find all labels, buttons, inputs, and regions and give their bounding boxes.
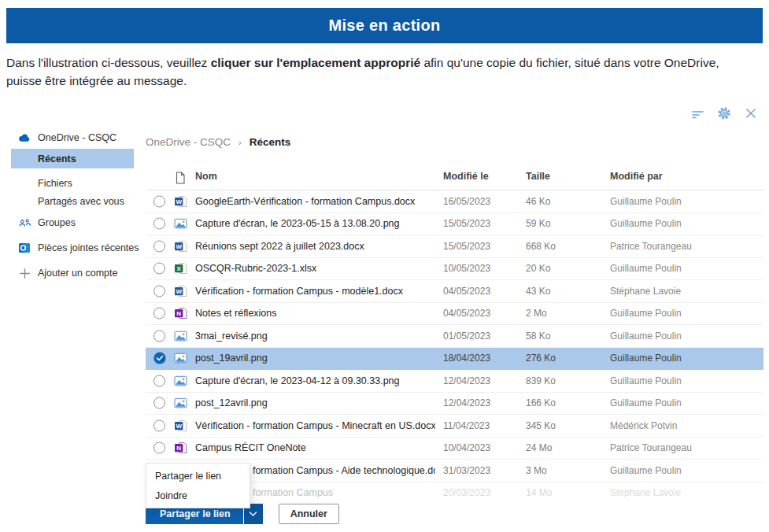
row-select-radio[interactable] <box>153 240 166 253</box>
word-file-icon: W <box>174 194 187 208</box>
file-modified-date: 20/03/2023 <box>443 487 490 497</box>
file-row[interactable]: WRéunions sept 2022 à juillet 2023.docx1… <box>146 235 763 258</box>
image-file-icon <box>174 217 187 231</box>
sidebar-item-partages[interactable]: Partagés avec vous <box>0 191 135 211</box>
file-size: 668 Ko <box>526 241 556 252</box>
file-size: 58 Ko <box>526 331 550 342</box>
file-size: 3 Mo <box>526 465 547 476</box>
onenote-file-icon: N <box>174 307 187 320</box>
onenote-file-icon: N <box>174 441 187 455</box>
outlook-icon <box>17 241 31 255</box>
row-select-radio[interactable] <box>153 217 166 230</box>
file-name: Vérification - formation Campus - Minecr… <box>195 420 435 431</box>
file-modified-date: 11/04/2023 <box>443 420 490 431</box>
row-select-radio[interactable] <box>153 195 166 208</box>
menu-item-joindre[interactable]: Joindre <box>146 486 250 505</box>
column-header-nom[interactable]: Nom <box>195 171 217 182</box>
sidebar-item-label: Pièces jointes récentes <box>38 242 139 253</box>
svg-text:N: N <box>176 445 181 452</box>
breadcrumb-parent[interactable]: OneDrive - CSQC <box>146 136 231 148</box>
column-header-modifie-le[interactable]: Modifié le <box>443 171 489 182</box>
file-modified-date: 10/04/2023 <box>443 442 490 453</box>
sidebar-item-fichiers[interactable]: Fichiers <box>0 173 135 193</box>
file-row[interactable]: NNotes et réflexions04/05/20232 MoGuilla… <box>146 303 763 326</box>
file-name: Réunions sept 2022 à juillet 2023.docx <box>195 241 364 252</box>
plus-icon <box>17 266 31 280</box>
file-name: Capture d'écran, le 2023-04-12 à 09.30.3… <box>195 375 400 386</box>
file-modified-date: 04/05/2023 <box>443 308 490 319</box>
file-modified-by: Patrice Tourangeau <box>610 442 692 453</box>
file-name: Vérification - formation Campus - modèle… <box>195 286 403 297</box>
row-select-radio[interactable] <box>153 441 166 454</box>
file-modified-date: 04/05/2023 <box>443 286 490 297</box>
file-name: Campus RÉCIT OneNote <box>195 442 306 453</box>
file-row[interactable]: NCampus RÉCIT OneNote10/04/202324 MoPatr… <box>146 438 763 460</box>
sidebar-account-label: OneDrive - CSQC <box>38 132 116 143</box>
file-size: 46 Ko <box>526 196 550 207</box>
breadcrumb-chevron-icon: › <box>238 138 242 147</box>
column-header-modifie-par[interactable]: Modifié par <box>610 171 663 182</box>
sidebar-item-pieces-jointes[interactable]: Pièces jointes récentes <box>0 238 135 257</box>
file-row[interactable]: Capture d'écran, le 2023-04-12 à 09.30.3… <box>146 370 763 393</box>
file-modified-date: 15/05/2023 <box>443 218 490 229</box>
sidebar-item-label: Ajouter un compte <box>38 268 117 279</box>
instruction-bold: cliquer sur l'emplacement approprié <box>211 56 420 69</box>
word-file-icon: W <box>174 239 187 253</box>
file-modified-by: Guillaume Poulin <box>610 196 682 207</box>
svg-text:W: W <box>176 423 182 430</box>
file-modified-date: 16/05/2023 <box>443 196 490 207</box>
file-row[interactable]: 3mai_revisé.png01/05/202358 KoGuillaume … <box>146 325 763 348</box>
menu-item-partager-le-lien[interactable]: Partager le lien <box>146 466 250 486</box>
file-modified-date: 12/04/2023 <box>443 375 490 386</box>
row-select-radio[interactable] <box>153 375 166 387</box>
row-select-radio[interactable] <box>153 419 166 432</box>
file-row[interactable]: WVérification - formation Campus - Minec… <box>146 415 763 438</box>
file-rows: WGoogleEarth-Vérification - formation Ca… <box>146 190 763 497</box>
sidebar-account[interactable]: OneDrive - CSQC <box>0 128 135 147</box>
file-row[interactable]: WVérification - formation Campus - modèl… <box>146 280 763 303</box>
exercise-banner: Mise en action <box>6 8 763 43</box>
sidebar-item-groupes[interactable]: Groupes <box>0 213 135 232</box>
file-modified-date: 12/04/2023 <box>443 397 490 408</box>
file-size: 20 Ko <box>526 263 550 274</box>
file-size: 276 Ko <box>526 353 556 364</box>
row-select-radio[interactable] <box>153 330 166 342</box>
file-modified-by: Stéphane Lavoie <box>610 487 681 497</box>
file-modified-by: Guillaume Poulin <box>610 353 682 364</box>
file-modified-by: Guillaume Poulin <box>610 331 682 342</box>
image-file-icon <box>174 397 187 410</box>
share-context-menu: Partager le lien Joindre <box>146 463 250 508</box>
row-select-radio[interactable] <box>153 262 166 275</box>
file-size: 166 Ko <box>526 397 556 408</box>
file-modified-by: Patrice Tourangeau <box>610 241 692 252</box>
sidebar-item-recents[interactable]: Récents <box>11 149 134 168</box>
breadcrumb: OneDrive - CSQC › Récents <box>146 136 290 148</box>
row-select-radio[interactable] <box>153 397 166 409</box>
file-row[interactable]: WGoogleEarth-Vérification - formation Ca… <box>146 190 763 213</box>
onedrive-picker-dialog: OneDrive - CSQC Récents Fichiers Partagé… <box>0 98 769 532</box>
sidebar-item-label: Fichiers <box>38 178 72 189</box>
file-name: OSCQR-Rubric-2023-1.xlsx <box>195 263 316 274</box>
file-modified-by: Guillaume Poulin <box>610 465 682 476</box>
file-row[interactable]: post_12avril.png12/04/2023166 KoGuillaum… <box>146 393 763 416</box>
file-modified-by: Guillaume Poulin <box>610 375 682 386</box>
file-row[interactable]: Capture d'écran, le 2023-05-15 à 13.08.2… <box>146 213 763 236</box>
row-select-radio[interactable] <box>153 307 166 320</box>
selected-check-icon[interactable] <box>153 352 166 364</box>
file-row[interactable]: post_19avril.png18/04/2023276 KoGuillaum… <box>146 348 763 371</box>
annuler-button[interactable]: Annuler <box>279 504 339 524</box>
file-modified-by: Guillaume Poulin <box>610 263 682 274</box>
file-modified-date: 01/05/2023 <box>443 331 490 342</box>
file-row[interactable]: XOSCQR-Rubric-2023-1.xlsx10/05/202320 Ko… <box>146 258 763 281</box>
file-name: post_19avril.png <box>195 353 268 364</box>
sidebar-item-ajouter-compte[interactable]: Ajouter un compte <box>0 264 135 283</box>
row-select-radio[interactable] <box>153 285 166 297</box>
column-header-taille[interactable]: Taille <box>526 171 550 182</box>
file-modified-by: Guillaume Poulin <box>610 218 682 229</box>
file-size: 24 Mo <box>526 442 552 453</box>
file-size: 59 Ko <box>526 218 550 229</box>
file-modified-by: Médérick Potvin <box>610 420 677 431</box>
file-modified-date: 18/04/2023 <box>443 353 490 364</box>
image-file-icon <box>174 352 187 365</box>
image-file-icon <box>174 374 187 387</box>
